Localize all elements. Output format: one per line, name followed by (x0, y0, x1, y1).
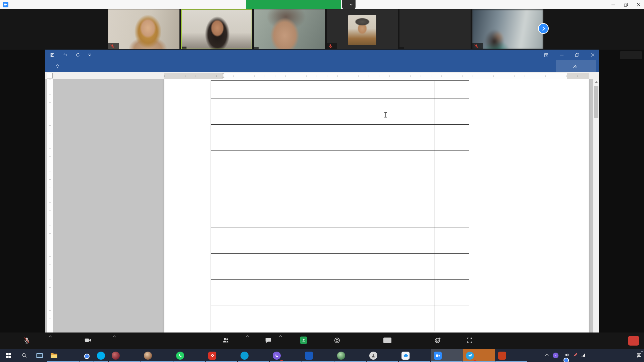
horizontal-ruler[interactable] (223, 73, 567, 79)
view-settings-button[interactable] (342, 0, 356, 9)
participant-tile[interactable] (108, 9, 179, 49)
row-statement (227, 280, 434, 305)
horizontal-ruler-right-margin[interactable] (567, 73, 589, 79)
apps-button[interactable] (466, 333, 473, 349)
vertical-scrollbar[interactable] (593, 79, 599, 333)
leave-meeting-button[interactable] (628, 336, 639, 346)
reactions-button[interactable] (434, 333, 441, 349)
indent-marker[interactable] (221, 73, 225, 79)
participant-tile[interactable] (472, 9, 543, 49)
row-num (211, 280, 227, 305)
audio-options-chevron[interactable] (49, 336, 52, 339)
tray-network-icon[interactable] (581, 352, 586, 359)
live-transcript-button[interactable] (383, 333, 391, 349)
close-button[interactable] (637, 3, 641, 7)
chevron-right-icon (541, 26, 545, 31)
record-button[interactable] (334, 333, 341, 349)
taskbar-search-button[interactable] (16, 349, 32, 362)
mic-muted-icon (110, 44, 114, 48)
document-area (45, 79, 599, 333)
participant-name-label (327, 43, 337, 49)
taskbar-app-chrome[interactable] (79, 349, 94, 362)
unmute-button[interactable] (23, 333, 31, 349)
tray-viber-icon[interactable] (553, 353, 558, 358)
participant-tile-active-speaker[interactable] (181, 9, 252, 49)
cloud-icon (401, 352, 410, 360)
customize-qat-icon[interactable] (88, 54, 91, 57)
start-button[interactable] (0, 349, 16, 362)
whatsapp-icon (176, 352, 184, 360)
taskbar-app-cloud[interactable] (398, 349, 431, 362)
video-options-chevron[interactable] (113, 336, 116, 339)
taskbar-app-anna[interactable] (141, 349, 173, 362)
taskbar-app-viber[interactable] (270, 349, 302, 362)
share-screen-button[interactable] (300, 333, 307, 349)
chat-button[interactable] (265, 333, 272, 349)
participant-name-label (399, 47, 404, 49)
minimize-button[interactable] (611, 3, 615, 7)
zoom-title-bar (0, 0, 644, 9)
close-button[interactable] (591, 53, 595, 57)
row-num (211, 150, 227, 176)
participant-profile-photo (348, 15, 376, 45)
record-icon (334, 337, 341, 344)
save-icon[interactable] (50, 53, 55, 57)
table-row (211, 150, 469, 176)
participant-tile[interactable] (327, 9, 398, 49)
hp-icon (240, 352, 249, 360)
hidden-icons-button[interactable] (542, 349, 551, 362)
row-answer (434, 280, 469, 305)
taskbar-app-skype[interactable] (94, 349, 109, 362)
repeat-icon[interactable] (75, 53, 80, 57)
chat-icon (265, 337, 272, 344)
vertical-ruler[interactable] (47, 79, 53, 333)
document-title (45, 50, 599, 60)
taskbar-app-vlada[interactable] (109, 349, 141, 362)
powerpoint-icon (498, 352, 506, 360)
task-view-button[interactable] (32, 349, 47, 362)
participant-tile[interactable] (254, 9, 325, 49)
undo-icon[interactable] (63, 53, 67, 57)
row-answer (434, 150, 469, 176)
row-num (211, 305, 227, 331)
participants-button[interactable] (222, 333, 231, 349)
taskbar-clock[interactable] (610, 349, 634, 362)
header-statement (227, 81, 434, 99)
taskbar-app-hp-scan[interactable] (237, 349, 270, 362)
taskbar-app-pdf[interactable] (205, 349, 237, 362)
scroll-up-button[interactable] (593, 79, 599, 85)
language-indicator[interactable] (598, 349, 610, 362)
apps-icon (466, 337, 473, 344)
minimize-button[interactable] (560, 53, 564, 57)
header-num (211, 81, 227, 99)
taskbar-app-explorer[interactable] (47, 349, 79, 362)
participants-options-chevron[interactable] (246, 336, 249, 339)
taskbar-app-word[interactable] (302, 349, 334, 362)
tab-selector[interactable] (47, 73, 53, 78)
taskbar-app-powerpoint[interactable] (495, 349, 527, 362)
table-row (211, 99, 469, 125)
stop-video-button[interactable] (84, 333, 92, 349)
scrollbar-thumb[interactable] (594, 86, 598, 118)
participant-tile-no-video[interactable] (399, 9, 471, 49)
taskbar-app-uchastniki[interactable] (334, 349, 366, 362)
share-document-button[interactable] (556, 60, 596, 72)
document-page[interactable] (164, 79, 589, 333)
taskbar-app-whatsapp[interactable] (173, 349, 205, 362)
taskbar-app-pidruchnyk[interactable] (366, 349, 398, 362)
horizontal-ruler-left-margin[interactable] (164, 73, 223, 79)
chat-options-chevron[interactable] (279, 336, 282, 339)
task-view-icon (36, 353, 43, 358)
taskbar-app-telegram[interactable] (463, 349, 495, 362)
row-num (211, 202, 227, 228)
ribbon-display-options-icon[interactable] (544, 53, 548, 57)
tray-pen-icon[interactable] (573, 352, 578, 359)
table-row (211, 254, 469, 280)
action-center-button[interactable] (634, 349, 644, 362)
taskbar-app-zoom[interactable] (431, 349, 463, 362)
next-participants-button[interactable] (538, 23, 549, 34)
folder-icon (50, 352, 58, 360)
restore-button[interactable] (624, 3, 628, 7)
tell-me-box[interactable] (55, 64, 62, 68)
restore-button[interactable] (575, 53, 579, 57)
